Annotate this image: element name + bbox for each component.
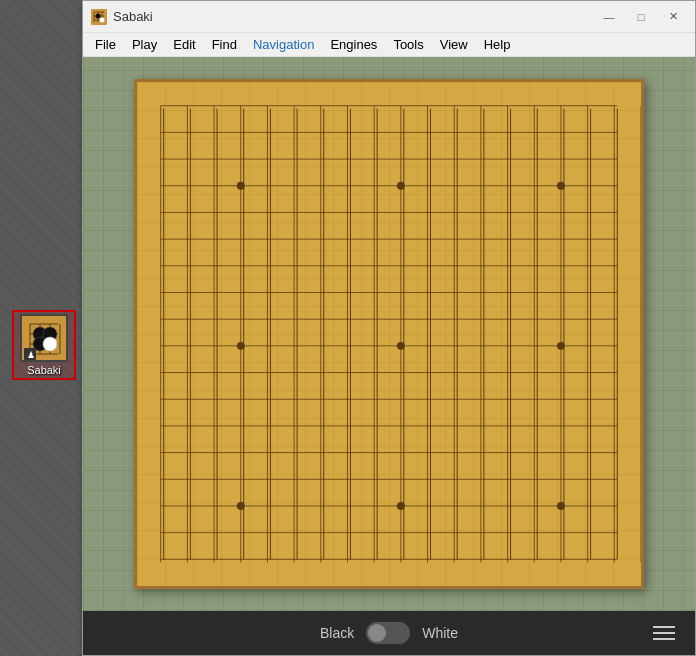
desktop-icon-image: ♟ [20,314,68,362]
svg-point-85 [237,502,245,510]
hamburger-line-2 [653,632,675,634]
go-board[interactable]: .gl { stroke: #5a3a10; stroke-width: 0.8… [134,79,644,589]
menu-edit[interactable]: Edit [165,34,203,56]
svg-point-12 [43,337,57,351]
turn-toggle[interactable] [366,622,410,644]
svg-point-80 [397,182,405,190]
main-window: Sabaki — □ ✕ File Play Edit Find Navigat… [82,0,696,656]
hamburger-menu-button[interactable] [649,622,679,644]
black-player-label: Black [320,625,354,641]
menu-find[interactable]: Find [204,34,245,56]
toggle-thumb [368,624,386,642]
menu-view[interactable]: View [432,34,476,56]
window-title: Sabaki [113,9,595,24]
menu-play[interactable]: Play [124,34,165,56]
hamburger-line-3 [653,638,675,640]
menu-file[interactable]: File [87,34,124,56]
svg-text:♟: ♟ [27,350,35,360]
titlebar-controls: — □ ✕ [595,7,687,27]
board-container: .gl { stroke: #5a3a10; stroke-width: 0.8… [83,57,695,611]
turn-indicator: Black White [320,622,458,644]
menu-navigation[interactable]: Navigation [245,34,322,56]
minimize-button[interactable]: — [595,7,623,27]
desktop-icon-sabaki[interactable]: ♟ Sabaki [12,310,76,380]
titlebar: Sabaki — □ ✕ [83,1,695,33]
menu-tools[interactable]: Tools [385,34,431,56]
close-button[interactable]: ✕ [659,7,687,27]
menubar: File Play Edit Find Navigation Engines T… [83,33,695,57]
maximize-button[interactable]: □ [627,7,655,27]
svg-point-87 [557,502,565,510]
white-player-label: White [422,625,458,641]
svg-point-23 [100,17,105,22]
svg-point-79 [237,182,245,190]
svg-point-83 [397,342,405,350]
app-icon [91,9,107,25]
menu-engines[interactable]: Engines [322,34,385,56]
hamburger-line-1 [653,626,675,628]
statusbar: Black White [83,611,695,655]
desktop-icon-label: Sabaki [16,364,72,376]
svg-point-22 [96,13,101,18]
svg-point-84 [557,342,565,350]
svg-point-82 [237,342,245,350]
svg-point-81 [557,182,565,190]
desktop: ♟ Sabaki Sabaki [0,0,696,656]
svg-point-86 [397,502,405,510]
menu-help[interactable]: Help [476,34,519,56]
